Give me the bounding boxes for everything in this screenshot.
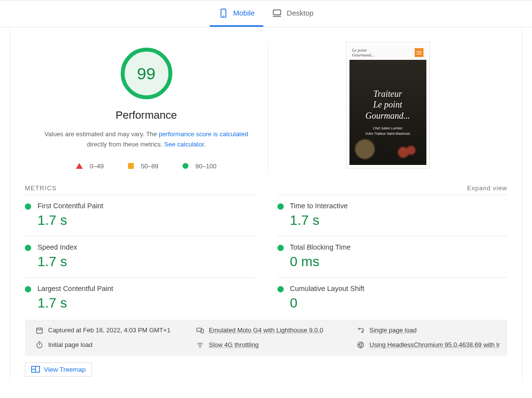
triangle-icon	[76, 163, 83, 169]
metric-label: Speed Index	[37, 243, 255, 251]
score-legend: 0–49 50–89 90–100	[25, 163, 268, 170]
metric-cls: Cumulative Layout Shift 0	[277, 277, 508, 319]
reload-icon	[357, 326, 365, 334]
metric-label: Cumulative Layout Shift	[290, 285, 508, 292]
gauge-score-value: 99	[120, 47, 173, 100]
thumbnail-hero-line1: Traiteur	[366, 89, 410, 100]
info-emulated-text[interactable]: Emulated Moto G4 with Lighthouse 9.0.0	[209, 326, 323, 334]
legend-mid: 50–89	[128, 163, 158, 170]
thumbnail-brand: Le point Gourmand...	[352, 48, 375, 57]
score-gauge: 99	[120, 47, 173, 100]
info-browser: Using HeadlessChromium 95.0.4638.69 with…	[357, 341, 500, 349]
legend-mid-label: 50–89	[141, 163, 158, 170]
performance-desc-text: Values are estimated and may vary. The	[44, 130, 159, 138]
tab-mobile[interactable]: Mobile	[210, 0, 263, 27]
metric-value: 0	[290, 295, 508, 311]
timer-icon	[36, 341, 43, 349]
mobile-icon	[219, 8, 228, 18]
legend-good: 90–100	[183, 163, 216, 170]
metric-label: Total Blocking Time	[290, 243, 508, 251]
svg-point-17	[200, 346, 201, 347]
calendar-icon	[36, 326, 43, 334]
tab-mobile-label: Mobile	[233, 9, 255, 17]
thumbnail-sub-line2: Votre Traiteur Saint-Maximois	[366, 131, 410, 137]
thumbnail-header: Le point Gourmand...	[349, 45, 426, 60]
performance-desc-text-2: directly from these metrics.	[87, 141, 164, 148]
metric-value: 1.7 s	[37, 213, 255, 228]
metric-si: Speed Index 1.7 s	[25, 236, 255, 277]
metric-lcp: Largest Contentful Paint 1.7 s	[25, 277, 255, 319]
metrics-grid: First Contentful Paint 1.7 s Time to Int…	[25, 195, 507, 319]
devices-icon	[196, 326, 204, 334]
info-throttle-text[interactable]: Slow 4G throttling	[209, 341, 259, 348]
desktop-icon	[272, 8, 282, 18]
status-dot-icon	[25, 203, 31, 210]
wifi-icon	[196, 341, 204, 349]
metric-value: 1.7 s	[37, 295, 255, 311]
info-captured: Captured at Feb 18, 2022, 4:03 PM GMT+1	[36, 326, 196, 334]
metric-value: 1.7 s	[37, 254, 255, 270]
hamburger-icon	[415, 48, 423, 57]
thumbnail-hero-line2: Le point	[366, 99, 410, 110]
svg-point-12	[358, 328, 360, 329]
view-treemap-label: View Treemap	[44, 366, 86, 373]
thumbnail-subtext: Chef Julien Lormier Votre Traiteur Saint…	[366, 126, 410, 136]
treemap-icon	[31, 366, 40, 373]
info-load-type-text[interactable]: Single page load	[369, 326, 417, 334]
performance-description: Values are estimated and may vary. The p…	[25, 129, 268, 150]
legend-bad: 0–49	[76, 163, 104, 170]
device-tabs: Mobile Desktop	[0, 0, 532, 27]
performance-desc-suffix: .	[204, 141, 206, 148]
performance-gauge-section: 99 Performance Values are estimated and …	[25, 42, 268, 175]
circle-icon	[183, 163, 188, 169]
thumbnail-brand-line2: Gourmand...	[352, 53, 375, 57]
metrics-section-title: METRICS	[25, 184, 57, 192]
thumbnail-body: Traiteur Le point Gourmand... Chef Julie…	[349, 60, 426, 165]
info-initial-text: Initial page load	[48, 341, 92, 348]
metric-fcp: First Contentful Paint 1.7 s	[25, 195, 255, 236]
status-dot-icon	[25, 286, 31, 292]
info-throttle: Slow 4G throttling	[196, 341, 357, 349]
thumbnail-hero-line3: Gourmand...	[366, 110, 410, 122]
see-calculator-link[interactable]: See calculator	[164, 141, 204, 148]
info-load-type: Single page load	[357, 326, 500, 334]
report-body: 99 Performance Values are estimated and …	[10, 27, 522, 381]
metric-tti: Time to Interactive 1.7 s	[277, 195, 508, 236]
status-dot-icon	[277, 245, 284, 251]
info-browser-text[interactable]: Using HeadlessChromium 95.0.4638.69 with…	[369, 341, 500, 348]
metric-value: 0 ms	[290, 254, 508, 270]
status-dot-icon	[277, 286, 284, 292]
info-captured-text: Captured at Feb 18, 2022, 4:03 PM GMT+1	[48, 326, 170, 334]
performance-title: Performance	[25, 109, 268, 122]
score-calculated-link[interactable]: performance score is calculated	[159, 130, 248, 138]
chrome-icon	[357, 341, 365, 349]
metric-tbt: Total Blocking Time 0 ms	[277, 236, 508, 277]
metric-label: Time to Interactive	[290, 202, 508, 210]
svg-rect-6	[37, 328, 42, 333]
status-dot-icon	[277, 203, 284, 210]
expand-view-link[interactable]: Expand view	[467, 184, 507, 192]
info-emulated: Emulated Moto G4 with Lighthouse 9.0.0	[196, 326, 357, 334]
status-dot-icon	[25, 245, 31, 251]
svg-rect-2	[274, 10, 281, 15]
thumbnail-brand-line1: Le point	[352, 48, 375, 53]
page-screenshot-thumbnail: Le point Gourmand... Traiteur Le point G…	[346, 42, 430, 168]
metric-label: First Contentful Paint	[37, 202, 255, 210]
svg-rect-10	[197, 328, 201, 331]
legend-good-label: 90–100	[195, 163, 216, 170]
view-treemap-button[interactable]: View Treemap	[25, 362, 92, 377]
thumbnail-hero-text: Traiteur Le point Gourmand...	[366, 89, 410, 122]
run-info-bar: Captured at Feb 18, 2022, 4:03 PM GMT+1 …	[25, 320, 507, 356]
metric-label: Largest Contentful Paint	[37, 285, 255, 292]
tab-desktop[interactable]: Desktop	[263, 0, 322, 27]
thumbnail-sub-line1: Chef Julien Lormier	[366, 126, 410, 131]
square-icon	[128, 163, 134, 169]
tab-desktop-label: Desktop	[287, 9, 313, 17]
legend-bad-label: 0–49	[90, 163, 104, 170]
metric-value: 1.7 s	[290, 213, 508, 228]
info-initial: Initial page load	[36, 341, 196, 349]
